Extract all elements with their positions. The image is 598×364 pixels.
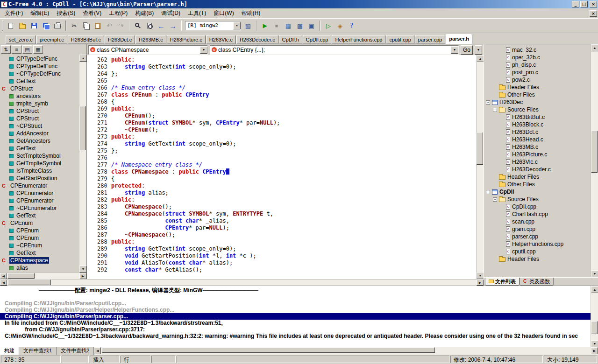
symbol-item[interactable]: GetText	[0, 77, 79, 85]
minimize-button[interactable]: _	[572, 1, 579, 7]
project-item[interactable]: CpDll.cpp	[484, 203, 591, 210]
symbol-item[interactable]: CPEnumerator	[0, 189, 79, 197]
scrollbar-thumb[interactable]	[7, 273, 35, 279]
file-tab[interactable]: CpDll.h	[279, 35, 302, 44]
code-line[interactable]: 281 string alias;	[87, 189, 476, 196]
save-button[interactable]	[28, 21, 40, 31]
project-item[interactable]: gram.cpp	[484, 225, 591, 233]
code-line[interactable]: 264};	[87, 70, 476, 77]
find-in-files-1-tab[interactable]: 文件中查找1	[19, 347, 57, 355]
symbol-item[interactable]: CPStruct	[0, 115, 79, 122]
symbol-item[interactable]: CPEnumerator	[0, 197, 79, 204]
editor-scrollbar[interactable]: ▲ ▼	[476, 55, 484, 279]
project-item[interactable]: ph_disp.c	[484, 61, 591, 69]
file-tab[interactable]: H263BitBuf.c	[68, 35, 104, 44]
code-line[interactable]: 284 CPNamespace(struct SYMBOL* sym, ENTR…	[87, 210, 476, 217]
title-bar[interactable]: C-Free 4.0 : CpDll - [C:\WJJ\gnu\bin\Par…	[0, 0, 598, 8]
output-line[interactable]: In file included from C:/MinGW/include/C…	[0, 320, 591, 326]
symbol-item[interactable]: ~CPTypeDefFunc	[0, 70, 79, 77]
output-line[interactable]: Compiling C:/WJJ/gnu/bin/Parser/Helper/H…	[0, 307, 591, 313]
project-item[interactable]: -CpDll	[484, 188, 591, 196]
menu-item[interactable]: 调试(D)	[157, 8, 184, 19]
output-line[interactable]: Compiling C:/WJJ/gnu/bin/Parser/cputil.c…	[0, 300, 591, 307]
project-item[interactable]: -H263Dec	[484, 98, 591, 106]
debug-button[interactable]: ▷	[323, 21, 334, 31]
redo-button[interactable]: ↷	[115, 21, 127, 31]
file-tab[interactable]: H263MB.c	[135, 35, 166, 44]
code-line[interactable]: 292 const char* GetAlias();	[87, 266, 476, 273]
sort-by-type-button[interactable]: ≡	[12, 45, 21, 54]
project-item[interactable]: Header Files	[484, 84, 591, 91]
code-line[interactable]: 274 string GetText(int scope_only=0);	[87, 140, 476, 147]
scroll-left-icon[interactable]: ◀	[94, 347, 101, 354]
navigate-back-button[interactable]: ←	[156, 21, 167, 31]
project-item[interactable]: Other Files	[484, 91, 591, 98]
menu-item[interactable]: 帮助(H)	[238, 8, 264, 19]
symbol-item[interactable]: CPStruct	[0, 85, 79, 92]
symbol-item[interactable]: GetAncestors	[0, 137, 79, 145]
chevron-down-icon[interactable]: ▼	[200, 46, 207, 54]
editor-hscrollbar[interactable]: ◀ ▶	[0, 279, 484, 286]
copy-button[interactable]	[80, 21, 92, 31]
scrollbar-thumb[interactable]	[79, 106, 86, 150]
code-line[interactable]: 279{	[87, 175, 476, 182]
collapse-icon[interactable]: -	[486, 100, 490, 105]
sort-ascending-button[interactable]: ⇅	[1, 45, 11, 54]
code-line[interactable]: 271 CPEnum(struct SYMBOL* sym, CPEntry* …	[87, 119, 476, 126]
code-line[interactable]: 287 ~CPNamespace();	[87, 231, 476, 238]
scroll-up-icon[interactable]: ▲	[477, 55, 484, 62]
symbol-tree-hscrollbar[interactable]: ◀ ▶	[0, 273, 86, 279]
project-item[interactable]: H263Picture.c	[484, 151, 591, 158]
symbol-item[interactable]: alias	[0, 264, 79, 272]
code-line[interactable]: 262public:	[87, 56, 476, 63]
compile-button[interactable]: ▦	[283, 21, 294, 31]
code-line[interactable]: 278class CPNamespace : public CPEntry	[87, 168, 476, 175]
scrollbar-thumb[interactable]	[8, 280, 51, 285]
help-button[interactable]: ?	[346, 21, 357, 31]
file-tab[interactable]: parser.h	[446, 34, 472, 44]
build-tab[interactable]: 构建	[0, 347, 19, 355]
code-line[interactable]: 291 void AliasTo(const char* alias);	[87, 259, 476, 266]
save-all-button[interactable]	[40, 21, 51, 31]
file-tab[interactable]: HelperFunctions.cpp	[332, 35, 385, 44]
compiler-combo[interactable]: [R] mingw2▼	[185, 21, 241, 30]
project-tree-scrollbar[interactable]: ▲ ▼	[591, 44, 598, 277]
menu-item[interactable]: 工具(T)	[184, 8, 210, 19]
go-button[interactable]: Go	[461, 45, 473, 55]
scrollbar-thumb[interactable]	[477, 132, 483, 165]
symbol-item[interactable]: ancestors	[0, 92, 79, 100]
maximize-button[interactable]: □	[580, 1, 588, 7]
chevron-down-icon[interactable]: ▼	[233, 22, 241, 29]
symbol-item[interactable]: SetTmplteSymbol	[0, 152, 79, 160]
project-item[interactable]: Header Files	[484, 173, 591, 181]
code-line[interactable]: 267class CPEnum : public CPEntry	[87, 91, 476, 98]
project-item[interactable]: Other Files	[484, 181, 591, 188]
scrollbar-track[interactable]	[79, 62, 86, 266]
menu-item[interactable]: 工程(P)	[105, 8, 131, 19]
project-item[interactable]: Header Files	[484, 255, 591, 263]
project-item[interactable]: cputil.cpp	[484, 248, 591, 255]
code-line[interactable]: 270 CPEnum();	[87, 112, 476, 119]
scroll-down-icon[interactable]: ▼	[591, 270, 598, 277]
paste-button[interactable]	[92, 21, 103, 31]
code-line[interactable]: 288public:	[87, 238, 476, 245]
scope-combo[interactable]: class CPNamespace ▼	[88, 45, 208, 55]
file-tab[interactable]: H263Vlc.c	[206, 35, 236, 44]
symbol-item[interactable]: IsTmplteClass	[0, 167, 79, 175]
code-line[interactable]: 263 string GetText(int scope_only=0);	[87, 63, 476, 70]
symbol-item[interactable]: GetStartPosition	[0, 175, 79, 182]
scroll-down-icon[interactable]: ▼	[477, 272, 484, 279]
scrollbar-track[interactable]	[7, 280, 477, 286]
output-line[interactable]: Compiling C:/WJJ/gnu/bin/Parser/parser.c…	[0, 313, 591, 320]
symbol-item[interactable]: AddAncestor	[0, 130, 79, 137]
collapse-icon[interactable]: -	[493, 197, 497, 202]
scrollbar-track[interactable]	[7, 273, 79, 279]
build-config-button[interactable]: ▧	[242, 21, 254, 31]
code-line[interactable]: 285 const char* _alias,	[87, 217, 476, 224]
menu-item[interactable]: 文件(F)	[1, 8, 27, 19]
member-combo[interactable]: class CPEntry {...}; ▼	[210, 45, 459, 55]
code-line[interactable]: 269public:	[87, 105, 476, 112]
find-in-files-2-tab[interactable]: 文件中查找2	[57, 347, 94, 355]
pan-button[interactable]: ◈	[335, 21, 346, 31]
output-hscrollbar[interactable]: ◀ ▶	[94, 347, 598, 355]
